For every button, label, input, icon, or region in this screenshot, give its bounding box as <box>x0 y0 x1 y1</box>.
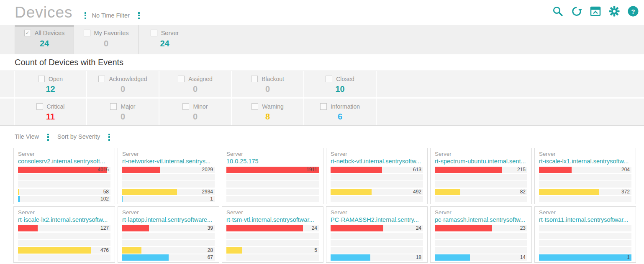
app-header: Devices No Time Filter <box>0 0 644 25</box>
time-filter-menu-icon[interactable] <box>136 10 142 21</box>
filter-warning[interactable]: Warning 8 <box>232 99 303 125</box>
filter-acknowledged[interactable]: Acknowledged 0 <box>87 71 159 97</box>
device-link[interactable]: consolesrv2.internal.sentrysoft... <box>18 157 110 165</box>
filter-critical[interactable]: Critical 11 <box>15 99 86 125</box>
bar-value: 14 <box>520 254 526 261</box>
device-tile[interactable]: Serverrt-tsom11.internal.sentrysoftwar..… <box>534 206 636 263</box>
blackout-checkbox[interactable] <box>251 76 258 82</box>
severity-bar-critical: 39 <box>122 225 215 231</box>
filter-count: 0 <box>232 84 303 94</box>
bar-value: 58 <box>103 189 109 195</box>
device-tile[interactable]: Serverrt-tsm-vtl.internal.sentrysoftwar.… <box>222 206 323 263</box>
tab-label: All Devices <box>35 30 65 36</box>
severity-bar-critical: 23 <box>435 225 527 231</box>
sort-mode-menu-icon[interactable] <box>106 132 113 143</box>
panel-chevron-up-icon[interactable] <box>590 5 601 17</box>
view-mode-menu-icon[interactable] <box>45 132 51 143</box>
filter-label: Warning <box>262 103 284 110</box>
device-link[interactable]: 10.0.25.175 <box>226 157 319 165</box>
assigned-checkbox[interactable] <box>178 76 185 82</box>
filter-open[interactable]: Open 12 <box>15 71 86 97</box>
information-checkbox[interactable] <box>320 103 327 110</box>
severity-bar-information: 18 <box>331 254 423 261</box>
my-favorites-checkbox[interactable] <box>84 30 90 36</box>
server-checkbox[interactable] <box>151 30 157 36</box>
filter-major[interactable]: Major 0 <box>87 99 159 125</box>
title-menu-icon[interactable] <box>82 10 89 21</box>
device-tile[interactable]: Serverrt-netbck-vtl.internal.sentrysoftw… <box>326 148 428 204</box>
device-link[interactable]: PC-RAMASSH2.internal.sentry... <box>331 216 423 224</box>
device-link[interactable]: rt-tsm-vtl.internal.sentrysoftwar... <box>226 216 319 224</box>
device-tile[interactable]: Serverpc-ramassh.internal.sentrysoftw...… <box>430 206 532 263</box>
severity-bar-minor <box>331 181 423 188</box>
bar-value: 372 <box>621 189 630 195</box>
severity-bar-critical: 127 <box>18 225 110 231</box>
critical-bar <box>122 167 160 173</box>
device-link[interactable]: rt-networker-vtl.internal.sentrys... <box>122 157 215 165</box>
warning-bar <box>18 189 19 195</box>
device-tile[interactable]: ServerPC-RAMASSH2.internal.sentry...2418 <box>326 206 428 263</box>
device-link[interactable]: rt-netbck-vtl.internal.sentrysoftw... <box>331 157 423 165</box>
filter-label: Information <box>331 103 360 110</box>
filter-count: 6 <box>304 112 376 122</box>
filter-minor[interactable]: Minor 0 <box>159 99 231 125</box>
open-checkbox[interactable] <box>38 76 45 82</box>
critical-bar <box>435 167 502 173</box>
filter-label: Open <box>49 76 63 82</box>
critical-bar <box>226 167 319 173</box>
device-tile[interactable]: Serverrt-laptop.internal.sentrysoftware.… <box>118 206 219 263</box>
filter-count: 0 <box>159 112 231 122</box>
major-checkbox[interactable] <box>110 103 117 110</box>
refresh-icon[interactable] <box>571 5 582 17</box>
bar-value: 24 <box>312 225 317 231</box>
device-link[interactable]: pc-ramassh.internal.sentrysoftw... <box>435 216 527 224</box>
all-devices-checkbox[interactable] <box>24 30 31 36</box>
device-tile[interactable]: Serverrt-networker-vtl.internal.sentrys.… <box>118 148 219 204</box>
severity-bar-critical: 2029 <box>122 167 215 173</box>
filter-information[interactable]: Information 6 <box>304 99 376 125</box>
sort-mode-label[interactable]: Sort by Severity <box>57 133 100 140</box>
device-link[interactable]: rt-tsom11.internal.sentrysoftwar... <box>539 216 631 224</box>
device-tile[interactable]: Serverrt-iscale-lx1.internal.sentrysoftw… <box>534 148 636 204</box>
filter-assigned[interactable]: Assigned 0 <box>159 71 231 97</box>
device-link[interactable]: rt-spectrum-ubuntu.internal.sent... <box>435 157 527 165</box>
device-link[interactable]: rt-iscale-lx1.internal.sentrysoftw... <box>539 157 631 165</box>
bar-value: 476 <box>100 247 109 254</box>
warning-bar <box>539 189 599 195</box>
view-mode-label[interactable]: Tile View <box>15 133 39 140</box>
device-link[interactable]: rt-iscale-lx2.internal.sentrysoftw... <box>18 216 110 224</box>
critical-checkbox[interactable] <box>36 103 43 110</box>
severity-bar-information <box>226 196 319 202</box>
warning-bar <box>435 189 460 195</box>
warning-checkbox[interactable] <box>251 103 258 110</box>
severity-bar-information: 102 <box>18 196 110 202</box>
device-link[interactable]: rt-laptop.internal.sentrysoftware... <box>122 216 215 224</box>
filter-blackout[interactable]: Blackout 0 <box>232 71 303 97</box>
severity-bar-information <box>435 196 527 202</box>
severity-bar-major <box>226 174 319 180</box>
tab-my-favorites[interactable]: My Favorites 0 <box>74 25 139 54</box>
bar-value: 18 <box>416 254 421 261</box>
closed-checkbox[interactable] <box>326 76 332 82</box>
severity-bar-minor <box>539 181 631 188</box>
device-tile[interactable]: Serverrt-spectrum-ubuntu.internal.sent..… <box>430 148 532 204</box>
filter-row-spacer <box>0 99 14 125</box>
severity-bar-warning: 82 <box>435 189 527 195</box>
critical-bar <box>331 167 382 173</box>
critical-bar <box>122 225 149 231</box>
time-filter-label[interactable]: No Time Filter <box>92 12 130 19</box>
tab-all-devices[interactable]: All Devices 24 <box>15 25 74 54</box>
help-icon[interactable]: ? <box>627 5 639 17</box>
filter-closed[interactable]: Closed 10 <box>304 71 376 97</box>
device-tile[interactable]: Serverconsolesrv2.internal.sentrysoft...… <box>13 148 115 204</box>
minor-checkbox[interactable] <box>182 103 189 110</box>
page-title: Devices <box>15 4 73 21</box>
tab-server[interactable]: Server 24 <box>139 25 191 54</box>
bar-value: 613 <box>413 167 421 173</box>
device-tile[interactable]: Server10.0.25.1751911 <box>222 148 323 204</box>
search-icon[interactable] <box>552 5 564 17</box>
acknowledged-checkbox[interactable] <box>98 76 105 82</box>
device-tile[interactable]: Serverrt-iscale-lx2.internal.sentrysoftw… <box>13 206 115 263</box>
filter-label: Acknowledged <box>109 76 147 82</box>
settings-gear-icon[interactable] <box>608 5 620 17</box>
